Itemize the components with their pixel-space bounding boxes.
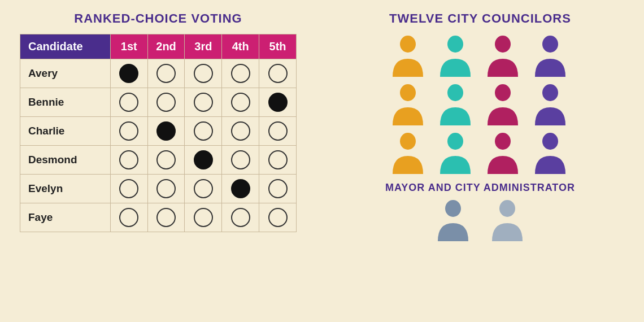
svg-point-4 [400, 84, 416, 101]
mayor-icon-0 [434, 198, 472, 241]
svg-point-9 [447, 133, 463, 150]
councilor-icon-7 [532, 82, 569, 125]
vote-cell-bennie-1[interactable] [110, 88, 147, 117]
vote-cell-evelyn-3[interactable] [185, 175, 222, 203]
councilor-icon-0 [389, 34, 427, 77]
empty-circle [194, 208, 213, 227]
rank-5th-header: 5th [259, 34, 297, 59]
empty-circle [156, 93, 176, 112]
svg-point-8 [400, 133, 416, 150]
vote-cell-charlie-2[interactable] [147, 117, 185, 146]
vote-cell-desmond-4[interactable] [222, 146, 259, 175]
vote-cell-desmond-1[interactable] [110, 146, 147, 175]
empty-circle [119, 121, 138, 141]
svg-point-1 [447, 36, 463, 53]
empty-circle [156, 208, 176, 227]
rank-3rd-header: 3rd [185, 34, 222, 59]
vote-cell-evelyn-1[interactable] [110, 175, 147, 203]
vote-cell-desmond-3[interactable] [185, 146, 222, 175]
vote-cell-desmond-2[interactable] [147, 146, 185, 175]
vote-cell-avery-5[interactable] [259, 59, 297, 88]
svg-point-13 [499, 200, 515, 217]
candidate-name-bennie: Bennie [20, 88, 111, 117]
candidate-name-charlie: Charlie [20, 117, 111, 146]
empty-circle [268, 64, 288, 83]
empty-circle [231, 208, 250, 227]
empty-circle [156, 64, 176, 83]
vote-cell-avery-1[interactable] [110, 59, 147, 88]
svg-point-0 [400, 36, 416, 53]
councilor-icon-5 [437, 82, 474, 125]
empty-circle [119, 179, 138, 198]
filled-circle [231, 179, 250, 198]
svg-point-5 [447, 84, 463, 101]
voting-table: Candidate 1st 2nd 3rd 4th 5th AveryBenni… [20, 34, 297, 232]
empty-circle [194, 93, 213, 112]
mayor-icon-1 [489, 198, 526, 241]
empty-circle [119, 208, 138, 227]
svg-point-12 [445, 200, 461, 217]
empty-circle [268, 179, 288, 198]
councilor-icon-4 [389, 82, 427, 125]
rank-2nd-header: 2nd [147, 34, 185, 59]
candidate-name-desmond: Desmond [20, 146, 111, 175]
empty-circle [268, 208, 288, 227]
vote-cell-faye-3[interactable] [185, 203, 222, 232]
right-panel: TWELVE CITY COUNCILORS MAYOR AND CITY A [316, 0, 644, 322]
filled-circle [119, 64, 138, 83]
councilor-icon-6 [484, 82, 521, 125]
filled-circle [194, 150, 213, 169]
vote-cell-charlie-5[interactable] [259, 117, 297, 146]
empty-circle [231, 121, 250, 141]
empty-circle [119, 93, 138, 112]
councilor-icon-2 [484, 34, 521, 77]
empty-circle [268, 150, 288, 169]
vote-cell-charlie-3[interactable] [185, 117, 222, 146]
candidate-name-evelyn: Evelyn [20, 175, 111, 203]
empty-circle [194, 121, 213, 141]
vote-cell-avery-4[interactable] [222, 59, 259, 88]
vote-cell-faye-5[interactable] [259, 203, 297, 232]
candidate-name-faye: Faye [20, 203, 111, 232]
vote-cell-bennie-4[interactable] [222, 88, 259, 117]
rank-4th-header: 4th [222, 34, 259, 59]
vote-cell-faye-1[interactable] [110, 203, 147, 232]
empty-circle [231, 93, 250, 112]
councilor-icon-1 [437, 34, 474, 77]
filled-circle [156, 121, 176, 141]
empty-circle [194, 179, 213, 198]
vote-cell-evelyn-2[interactable] [147, 175, 185, 203]
vote-cell-evelyn-5[interactable] [259, 175, 297, 203]
svg-point-6 [495, 84, 511, 101]
vote-cell-bennie-5[interactable] [259, 88, 297, 117]
mayor-grid [434, 198, 526, 241]
vote-cell-faye-4[interactable] [222, 203, 259, 232]
vote-cell-avery-3[interactable] [185, 59, 222, 88]
svg-point-11 [542, 133, 558, 150]
empty-circle [119, 150, 138, 169]
vote-cell-evelyn-4[interactable] [222, 175, 259, 203]
empty-circle [156, 179, 176, 198]
councilor-icon-9 [437, 131, 474, 174]
vote-cell-avery-2[interactable] [147, 59, 185, 88]
councilor-icon-3 [532, 34, 569, 77]
left-panel: RANKED-CHOICE VOTING Candidate 1st 2nd 3… [0, 0, 316, 322]
vote-cell-desmond-5[interactable] [259, 146, 297, 175]
councilors-title: TWELVE CITY COUNCILORS [389, 11, 571, 26]
rank-1st-header: 1st [110, 34, 147, 59]
vote-cell-bennie-2[interactable] [147, 88, 185, 117]
vote-cell-charlie-1[interactable] [110, 117, 147, 146]
svg-point-10 [495, 133, 511, 150]
svg-point-7 [542, 84, 558, 101]
vote-cell-charlie-4[interactable] [222, 117, 259, 146]
mayor-title: MAYOR AND CITY ADMINISTRATOR [385, 182, 575, 194]
vote-cell-bennie-3[interactable] [185, 88, 222, 117]
rcv-title: RANKED-CHOICE VOTING [74, 11, 242, 26]
councilors-grid [389, 34, 571, 176]
empty-circle [156, 150, 176, 169]
svg-point-3 [542, 36, 558, 53]
svg-point-2 [495, 36, 511, 53]
councilor-icon-8 [389, 131, 427, 174]
vote-cell-faye-2[interactable] [147, 203, 185, 232]
empty-circle [268, 121, 288, 141]
